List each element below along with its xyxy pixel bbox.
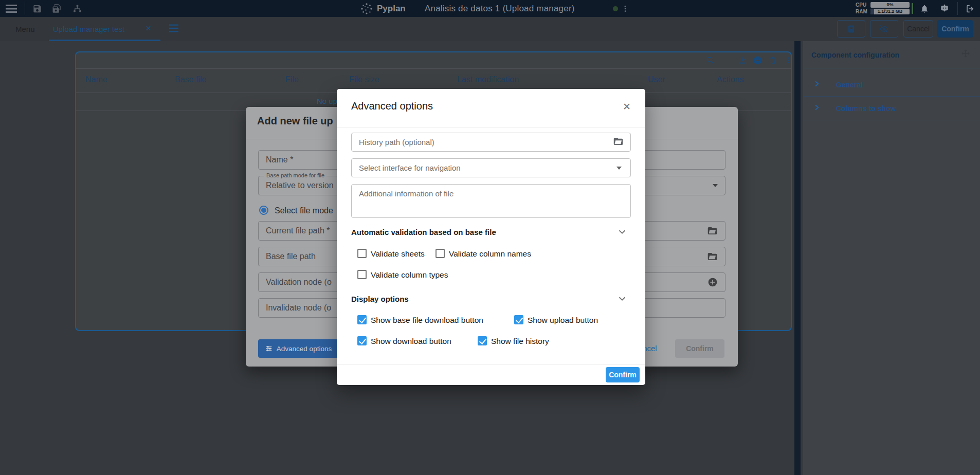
cpu-label: CPU: [856, 2, 866, 8]
hide-preview-button[interactable]: [870, 20, 898, 38]
interface-navigation-select[interactable]: [351, 158, 631, 177]
footer-divider: [337, 364, 645, 364]
checkbox-validate-sheets[interactable]: [357, 249, 367, 258]
panel-divider-1: [803, 68, 980, 68]
caret-down-icon: [713, 184, 718, 187]
column-name[interactable]: Name: [85, 75, 107, 84]
history-path-input[interactable]: [351, 133, 631, 152]
panel-divider-2: [803, 96, 980, 97]
section-general[interactable]: General: [803, 74, 980, 96]
cpu-bar: 0%: [870, 2, 910, 8]
advanced-options-modal: Advanced options ✕ Automatic validation …: [337, 89, 645, 385]
base-path-mode-label: Base path mode for file: [264, 172, 326, 178]
advanced-confirm-button[interactable]: Confirm: [606, 367, 640, 382]
select-file-mode-radio[interactable]: [259, 206, 268, 215]
vertical-scrollbar[interactable]: [794, 41, 801, 475]
label-show-download-button[interactable]: Show download button: [371, 337, 451, 346]
cancel-button[interactable]: Cancel: [903, 20, 933, 38]
eye-slash-icon: [879, 24, 889, 34]
ram-value: 1.1/31.2 GB: [870, 9, 910, 14]
panel-divider-3: [803, 120, 980, 120]
save-all-icon[interactable]: [52, 4, 62, 14]
header-kebab-icon[interactable]: [621, 4, 629, 13]
add-file-icon[interactable]: [753, 56, 763, 65]
pyplan-app: Pyplan Analisis de datos 1 (Upload manag…: [0, 0, 980, 475]
advanced-options-button[interactable]: Advanced options: [258, 339, 338, 358]
assistant-bot-icon[interactable]: [939, 4, 950, 14]
tab-list-icon[interactable]: [168, 24, 179, 33]
tab-bar: Menu Upload manager test ✕ Cancel Confir…: [0, 17, 980, 41]
notifications-bell-icon[interactable]: [920, 4, 929, 13]
delete-icon[interactable]: [769, 56, 777, 65]
table-kebab-icon[interactable]: [785, 56, 792, 65]
docs-button[interactable]: [837, 20, 865, 38]
download-icon[interactable]: [738, 56, 748, 65]
chevron-right-icon: [812, 80, 821, 88]
section-columns-to-show[interactable]: Columns to show: [803, 97, 980, 120]
advanced-options-title: Advanced options: [351, 100, 433, 112]
panel-title: Component configuration: [811, 51, 899, 59]
label-validate-column-names[interactable]: Validate column names: [449, 249, 531, 259]
select-file-mode-label[interactable]: Select file mode: [275, 206, 333, 215]
search-icon[interactable]: [705, 56, 715, 65]
close-icon[interactable]: ✕: [623, 101, 631, 113]
validation-section-header: Automatic validation based on base file: [351, 228, 496, 236]
checkbox-validate-column-types[interactable]: [357, 270, 367, 279]
chevron-right-icon: [812, 103, 821, 112]
folder-open-icon[interactable]: [613, 137, 624, 146]
empty-table-message: No up: [317, 97, 337, 105]
label-show-file-history[interactable]: Show file history: [491, 337, 549, 346]
component-configuration-panel: Component configuration General Columns …: [803, 41, 980, 475]
column-file-size[interactable]: File size: [349, 75, 379, 84]
save-icon[interactable]: [32, 4, 42, 13]
display-section-header: Display options: [351, 295, 409, 303]
scenario-tree-icon[interactable]: [72, 4, 82, 13]
tab-close-icon[interactable]: ✕: [146, 24, 152, 32]
chevron-down-icon[interactable]: [616, 226, 628, 238]
checkbox-validate-column-names[interactable]: [435, 249, 445, 258]
label-validate-sheets[interactable]: Validate sheets: [371, 249, 425, 259]
checkbox-show-download-button[interactable]: [357, 336, 367, 345]
ram-label: RAM: [856, 9, 867, 14]
health-indicator: [912, 3, 913, 14]
column-user[interactable]: User: [648, 75, 665, 84]
add-modal-confirm-button-disabled: Confirm: [675, 339, 724, 358]
menu-button[interactable]: Menu: [15, 25, 35, 33]
column-actions[interactable]: Actions: [717, 75, 743, 84]
column-file[interactable]: File: [285, 75, 299, 84]
ram-bar: 1.1/31.2 GB: [870, 9, 910, 14]
checkbox-show-file-history[interactable]: [478, 336, 487, 345]
pyplan-logo: [360, 3, 373, 15]
add-modal-title: Add new file up: [257, 115, 333, 127]
confirm-button[interactable]: Confirm: [937, 20, 973, 38]
label-validate-column-types[interactable]: Validate column types: [371, 270, 448, 280]
header-divider-1: [25, 2, 25, 15]
header-divider-2: [957, 2, 958, 15]
move-panel-icon[interactable]: [960, 48, 971, 59]
model-status-dot: [613, 6, 618, 11]
column-base-file[interactable]: Base file: [175, 75, 206, 84]
model-title: Analisis de datos 1 (Upload manager): [425, 4, 575, 14]
app-name: Pyplan: [377, 4, 406, 14]
add-node-icon[interactable]: [707, 277, 718, 287]
folder-open-icon[interactable]: [707, 252, 718, 261]
toolbar-divider: [76, 68, 791, 69]
additional-info-textarea[interactable]: [351, 184, 631, 218]
book-icon: [847, 25, 856, 33]
main-menu-icon[interactable]: [5, 4, 17, 13]
cpu-value: 0%: [870, 2, 910, 8]
sliders-icon: [265, 344, 273, 353]
label-show-base-file-download[interactable]: Show base file download button: [371, 316, 483, 325]
app-header: Pyplan Analisis de datos 1 (Upload manag…: [0, 0, 980, 17]
caret-down-icon: [616, 167, 622, 170]
column-last-modification[interactable]: Last modification: [457, 75, 519, 84]
active-tab-underline: [49, 40, 160, 41]
logout-icon[interactable]: [965, 4, 975, 13]
title-divider: [337, 127, 645, 127]
folder-open-icon[interactable]: [707, 226, 718, 235]
checkbox-show-upload-button[interactable]: [514, 315, 523, 324]
chevron-down-icon[interactable]: [616, 293, 628, 304]
checkbox-show-base-file-download[interactable]: [357, 315, 367, 324]
label-show-upload-button[interactable]: Show upload button: [528, 316, 598, 325]
